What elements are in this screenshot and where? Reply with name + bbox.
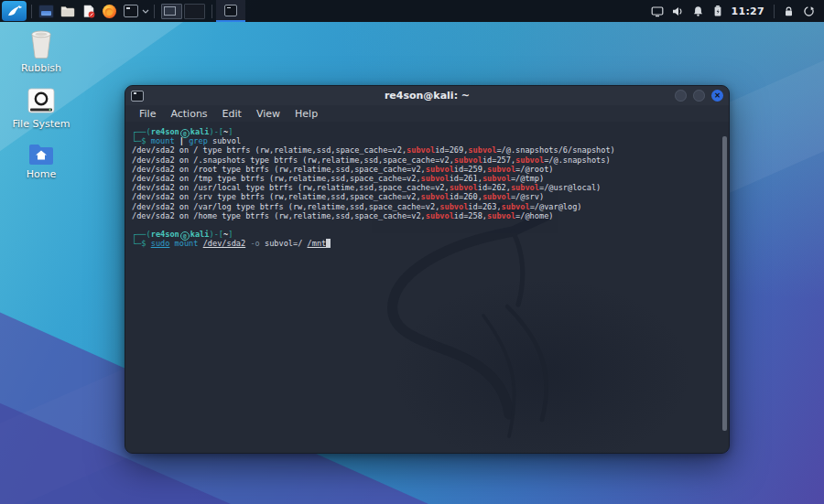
display-icon — [651, 5, 664, 17]
file-manager-launcher[interactable] — [57, 0, 78, 22]
desktop-icon-label: Home — [27, 169, 56, 180]
volume-tray[interactable] — [667, 0, 688, 22]
scrollbar-thumb[interactable] — [722, 136, 727, 431]
chevron-down-icon[interactable] — [141, 0, 150, 22]
notifications-tray[interactable] — [688, 0, 708, 22]
text-editor-launcher[interactable] — [78, 0, 99, 22]
trash-icon — [25, 27, 58, 60]
panel-separator — [154, 5, 155, 18]
workspace-switcher[interactable] — [161, 4, 205, 19]
menu-file[interactable]: File — [133, 107, 162, 121]
panel-separator — [31, 5, 32, 18]
menu-help[interactable]: Help — [288, 107, 324, 121]
terminal-icon — [224, 5, 237, 16]
panel-separator — [211, 5, 212, 18]
app-window-launcher[interactable] — [36, 0, 57, 22]
menu-actions[interactable]: Actions — [164, 107, 213, 121]
titlebar[interactable]: re4son@kali: ~ ✕ — [125, 86, 729, 105]
kali-logo-icon — [6, 4, 22, 18]
terminal-launcher[interactable] — [120, 0, 141, 22]
terminal-content[interactable]: ┌──(re4son@kali)-[~]└─$ mount | grep sub… — [125, 122, 729, 453]
menu-view[interactable]: View — [250, 107, 287, 121]
window-title: re4son@kali: ~ — [125, 90, 729, 102]
notifications-icon — [692, 5, 704, 17]
app-window-icon — [38, 5, 54, 18]
workspace-1[interactable] — [161, 4, 182, 19]
desktop-icons: Rubbish File System Home — [7, 27, 75, 193]
applications-menu-button[interactable] — [2, 1, 27, 21]
display-settings-tray[interactable] — [647, 0, 667, 22]
top-panel: 11:27 — [0, 0, 824, 22]
hard-drive-icon — [25, 87, 58, 116]
panel-separator — [774, 5, 775, 18]
firefox-launcher[interactable] — [99, 0, 120, 22]
volume-icon — [671, 5, 684, 17]
minimize-button[interactable] — [675, 90, 687, 102]
firefox-icon — [103, 5, 116, 18]
desktop-icon-home[interactable]: Home — [7, 143, 75, 180]
scrollbar[interactable] — [721, 123, 727, 451]
lock-screen-button[interactable] — [778, 0, 798, 22]
menubar: File Actions Edit View Help — [125, 105, 729, 122]
desktop-icon-label: File System — [13, 119, 70, 130]
clock[interactable]: 11:27 — [731, 5, 764, 17]
text-editor-icon — [81, 5, 96, 18]
logout-button[interactable] — [798, 0, 819, 22]
watermark-shadow — [391, 277, 693, 453]
desktop-icon-label: Rubbish — [21, 63, 61, 74]
terminal-window: re4son@kali: ~ ✕ File Actions Edit View … — [125, 85, 730, 454]
terminal-icon — [124, 5, 138, 17]
desktop: 11:27 Rubbish — [0, 0, 824, 504]
home-folder-icon — [27, 143, 56, 166]
desktop-icon-rubbish[interactable]: Rubbish — [7, 27, 75, 74]
logout-icon — [802, 5, 815, 17]
file-manager-icon — [60, 5, 75, 17]
terminal-window-icon — [131, 91, 144, 102]
lock-icon — [783, 5, 795, 17]
desktop-icon-file-system[interactable]: File System — [7, 87, 75, 130]
battery-icon — [712, 5, 723, 17]
terminal-output: ┌──(re4son@kali)-[~]└─$ mount | grep sub… — [132, 127, 716, 248]
maximize-button[interactable] — [693, 90, 705, 102]
taskbar-window-terminal[interactable] — [216, 0, 245, 22]
close-button[interactable]: ✕ — [711, 90, 723, 102]
menu-edit[interactable]: Edit — [216, 107, 248, 121]
battery-tray[interactable] — [708, 0, 728, 22]
workspace-2[interactable] — [184, 4, 205, 19]
